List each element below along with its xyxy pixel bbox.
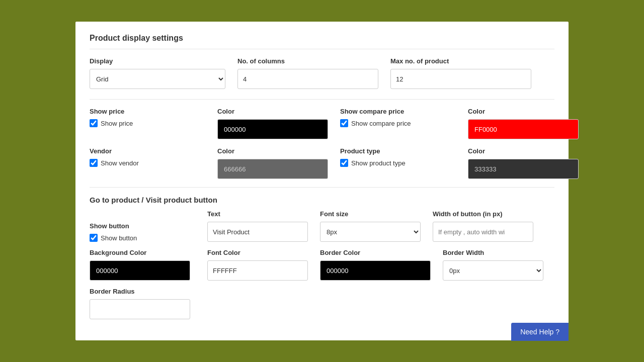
button-text-label: Text xyxy=(207,210,308,218)
border-width-label: Border Width xyxy=(443,249,543,256)
bg-color-box[interactable]: 000000 xyxy=(90,260,190,281)
compare-color-box[interactable]: FF0000 xyxy=(468,119,579,139)
font-size-select[interactable]: 8px 10px 12px 14px 16px xyxy=(320,222,421,242)
product-type-section-label: Product type xyxy=(340,147,456,155)
show-price-section-label: Show price xyxy=(90,108,205,115)
show-price-label: Show price xyxy=(101,120,133,127)
show-compare-price-checkbox[interactable] xyxy=(340,119,348,127)
font-color-input[interactable] xyxy=(207,260,308,281)
page-title: Product display settings xyxy=(90,34,554,49)
display-select[interactable]: Grid List Masonry xyxy=(90,69,225,89)
border-radius-input[interactable] xyxy=(90,299,190,319)
show-vendor-label: Show vendor xyxy=(101,159,139,167)
show-compare-price-label: Show compare price xyxy=(351,120,411,127)
max-product-label: Max no. of product xyxy=(390,57,531,65)
product-type-color-box[interactable]: 333333 xyxy=(468,159,579,179)
columns-input[interactable] xyxy=(237,69,378,89)
show-button-section-label: Show button xyxy=(90,222,195,230)
bg-color-label: Background Color xyxy=(90,249,195,256)
vendor-color-label: Color xyxy=(217,147,328,155)
columns-label: No. of columns xyxy=(237,57,378,65)
compare-price-section-label: Show compare price xyxy=(340,108,456,115)
border-width-select[interactable]: 0px 1px 2px 3px 4px xyxy=(443,260,543,281)
show-product-type-checkbox[interactable] xyxy=(340,159,348,167)
border-color-label: Border Color xyxy=(320,249,431,256)
show-vendor-checkbox[interactable] xyxy=(90,159,98,167)
price-color-label: Color xyxy=(217,108,328,115)
show-button-label: Show button xyxy=(101,234,137,242)
width-button-input[interactable] xyxy=(433,222,533,242)
show-product-type-label: Show product type xyxy=(351,159,406,167)
show-price-checkbox[interactable] xyxy=(90,119,98,127)
border-color-box[interactable]: 000000 xyxy=(320,260,431,281)
vendor-section-label: Vendor xyxy=(90,147,205,155)
border-radius-label: Border Radius xyxy=(90,288,195,295)
width-button-label: Width of button (in px) xyxy=(433,210,533,218)
display-label: Display xyxy=(90,57,225,65)
need-help-button[interactable]: Need Help ? xyxy=(511,323,569,341)
divider-1 xyxy=(90,99,554,100)
compare-color-label: Color xyxy=(468,108,579,115)
vendor-color-box[interactable]: 666666 xyxy=(217,159,328,179)
price-color-box[interactable]: 000000 xyxy=(217,119,328,139)
font-size-label: Font size xyxy=(320,210,421,218)
divider-2 xyxy=(90,187,554,188)
product-type-color-label: Color xyxy=(468,147,579,155)
max-product-input[interactable] xyxy=(390,69,531,89)
show-button-checkbox[interactable] xyxy=(90,234,98,242)
font-color-label: Font Color xyxy=(207,249,308,256)
button-text-input[interactable] xyxy=(207,222,308,242)
button-section-title: Go to product / Visit product button xyxy=(90,196,554,204)
